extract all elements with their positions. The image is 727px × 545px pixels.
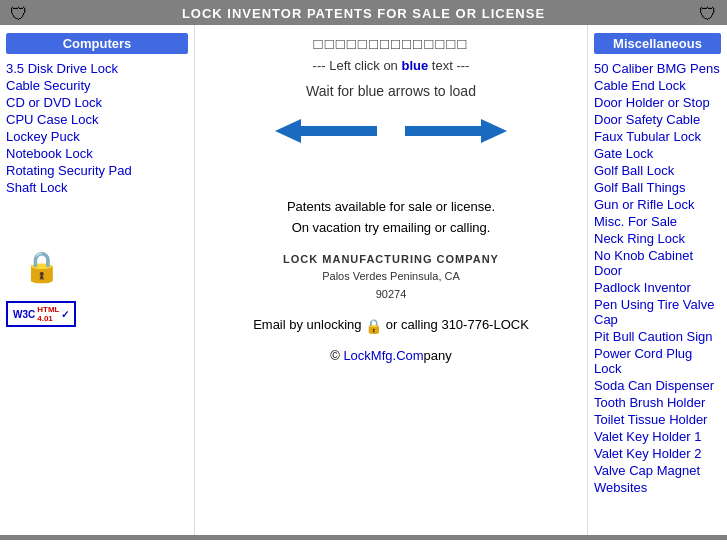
right-nav-link[interactable]: Valet Key Holder 2	[594, 445, 721, 462]
right-nav-link[interactable]: Tooth Brush Holder	[594, 394, 721, 411]
center-content: □□□□□□□□□□□□□□ --- Left click on blue te…	[195, 25, 587, 535]
right-nav-link[interactable]: Pit Bull Caution Sign	[594, 328, 721, 345]
instruction-suffix: text ---	[428, 58, 469, 73]
left-nav-link[interactable]: Notebook Lock	[6, 145, 188, 162]
page-header: 🛡 LOCK INVENTOR PATENTS FOR SALE OR LICE…	[0, 0, 727, 25]
right-nav-link[interactable]: Pen Using Tire Valve Cap	[594, 296, 721, 328]
left-nav-link[interactable]: Lockey Puck	[6, 128, 188, 145]
patents-line1: Patents available for sale or license.	[287, 199, 495, 214]
instruction-prefix: --- Left click on	[313, 58, 402, 73]
left-nav-link[interactable]: CPU Case Lock	[6, 111, 188, 128]
patents-text: Patents available for sale or license. O…	[287, 197, 495, 239]
company-name: LOCK MANUFACTURING COMPANY	[283, 251, 499, 269]
main-layout: Computers 3.5 Disk Drive LockCable Secur…	[0, 25, 727, 535]
center-instruction: --- Left click on blue text ---	[313, 58, 470, 73]
shield-left-icon: 🛡	[10, 4, 28, 25]
shield-right-icon: 🛡	[699, 4, 717, 25]
copyright-prefix: ©	[330, 348, 343, 363]
arrow-left	[271, 115, 381, 147]
right-nav-link[interactable]: Neck Ring Lock	[594, 230, 721, 247]
left-sidebar-bottom: 🔒 W3C HTML4.01 ✓	[6, 236, 188, 332]
right-nav-link[interactable]: Misc. For Sale	[594, 213, 721, 230]
svg-rect-2	[405, 126, 483, 136]
copyright-line: © LockMfg.Company	[330, 348, 452, 363]
right-nav-link[interactable]: No Knob Cabinet Door	[594, 247, 721, 279]
right-nav-link[interactable]: Cable End Lock	[594, 77, 721, 94]
copyright-link[interactable]: LockMfg.Com	[343, 348, 423, 363]
left-sidebar: Computers 3.5 Disk Drive LockCable Secur…	[0, 25, 195, 535]
right-nav-link[interactable]: Toilet Tissue Holder	[594, 411, 721, 428]
lock-icon: 🔒	[365, 318, 382, 334]
w3c-text: W3C	[13, 309, 35, 320]
company-info: LOCK MANUFACTURING COMPANY Palos Verdes …	[283, 251, 499, 304]
left-nav-link[interactable]: Cable Security	[6, 77, 188, 94]
arrows-container	[271, 115, 511, 147]
wait-text: Wait for blue arrows to load	[306, 83, 476, 99]
right-nav-link[interactable]: Golf Ball Lock	[594, 162, 721, 179]
center-title: □□□□□□□□□□□□□□	[314, 35, 469, 52]
instruction-blue-word: blue	[401, 58, 428, 73]
right-sidebar: Miscellaneous 50 Caliber BMG PensCable E…	[587, 25, 727, 535]
left-nav-link[interactable]: CD or DVD Lock	[6, 94, 188, 111]
right-nav-link[interactable]: Door Safety Cable	[594, 111, 721, 128]
right-nav-link[interactable]: Door Holder or Stop	[594, 94, 721, 111]
right-arrow-svg	[401, 115, 511, 147]
right-nav-link[interactable]: Golf Ball Things	[594, 179, 721, 196]
html-version: HTML4.01	[37, 305, 59, 323]
email-line: Email by unlocking 🔒 or calling 310-776-…	[253, 317, 529, 334]
svg-rect-1	[299, 126, 377, 136]
right-nav-link[interactable]: Padlock Inventor	[594, 279, 721, 296]
patents-line2: On vacation try emailing or calling.	[292, 220, 491, 235]
right-nav-link[interactable]: Valet Key Holder 1	[594, 428, 721, 445]
left-nav-link[interactable]: 3.5 Disk Drive Lock	[6, 60, 188, 77]
lock-image: 🔒	[6, 241, 76, 291]
arrow-right	[401, 115, 511, 147]
svg-marker-0	[275, 119, 301, 143]
right-nav-link[interactable]: 50 Caliber BMG Pens	[594, 60, 721, 77]
email-suffix: or calling 310-776-LOCK	[386, 317, 529, 332]
company-addr2: 90274	[283, 286, 499, 304]
copyright-suffix: pany	[424, 348, 452, 363]
email-prefix: Email by unlocking	[253, 317, 365, 332]
right-nav: 50 Caliber BMG PensCable End LockDoor Ho…	[594, 60, 721, 496]
left-nav-link[interactable]: Shaft Lock	[6, 179, 188, 196]
miscellaneous-header-button[interactable]: Miscellaneous	[594, 33, 721, 54]
right-nav-link[interactable]: Valve Cap Magnet	[594, 462, 721, 479]
right-nav-link[interactable]: Soda Can Dispenser	[594, 377, 721, 394]
header-title: LOCK INVENTOR PATENTS FOR SALE OR LICENS…	[182, 6, 545, 21]
right-nav-link[interactable]: Websites	[594, 479, 721, 496]
left-nav-link[interactable]: Rotating Security Pad	[6, 162, 188, 179]
right-nav-link[interactable]: Gate Lock	[594, 145, 721, 162]
left-nav: 3.5 Disk Drive LockCable SecurityCD or D…	[6, 60, 188, 196]
left-arrow-svg	[271, 115, 381, 147]
w3c-badge: W3C HTML4.01 ✓	[6, 301, 76, 327]
right-nav-link[interactable]: Gun or Rifle Lock	[594, 196, 721, 213]
right-nav-link[interactable]: Power Cord Plug Lock	[594, 345, 721, 377]
svg-marker-3	[481, 119, 507, 143]
computers-header-button[interactable]: Computers	[6, 33, 188, 54]
company-addr1: Palos Verdes Peninsula, CA	[283, 268, 499, 286]
footer-bar	[0, 535, 727, 540]
checkmark-icon: ✓	[61, 309, 69, 320]
right-nav-link[interactable]: Faux Tubular Lock	[594, 128, 721, 145]
